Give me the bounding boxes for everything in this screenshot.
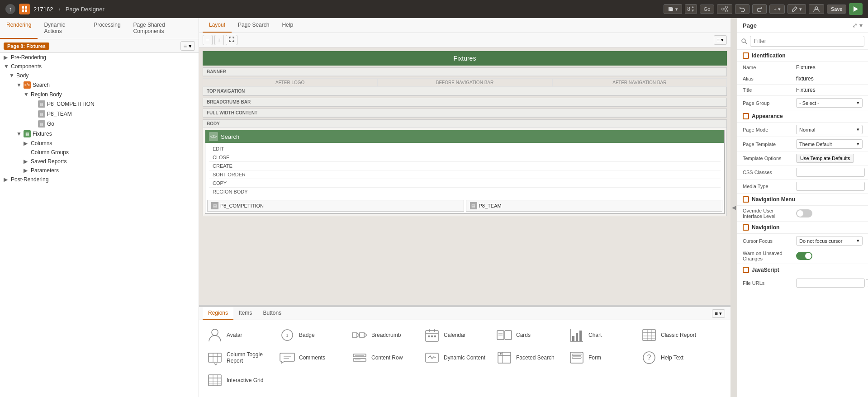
tree-item-body[interactable]: ▼ Body: [0, 71, 199, 80]
toggle-body[interactable]: ▼: [9, 72, 14, 79]
undo-button[interactable]: [735, 4, 749, 14]
component-cards[interactable]: Cards: [492, 324, 564, 346]
component-interactive-grid[interactable]: Interactive Grid: [203, 369, 275, 392]
tree-item-fixtures[interactable]: ▼ ▦ Fixtures: [0, 129, 199, 139]
tab-rendering[interactable]: Rendering: [0, 18, 38, 39]
tools-button[interactable]: ▾: [787, 4, 806, 14]
template-options-button[interactable]: Use Template Defaults: [796, 154, 854, 163]
component-comments[interactable]: Comments: [275, 346, 347, 369]
page-menu-button[interactable]: ≡ ▾: [180, 41, 195, 51]
filter-input[interactable]: [750, 36, 864, 47]
component-chart[interactable]: Chart: [564, 324, 637, 346]
tree-item-parameters[interactable]: ▶ Parameters: [0, 166, 199, 175]
center-menu-button[interactable]: ≡ ▾: [714, 35, 727, 45]
go-button[interactable]: Go: [700, 5, 715, 14]
component-breadcrumb[interactable]: Breadcrumb: [347, 324, 420, 346]
toggle-warn-unsaved[interactable]: [796, 252, 812, 260]
tree-item-column-groups[interactable]: ▶ Column Groups: [0, 148, 199, 157]
component-avatar[interactable]: Avatar: [203, 324, 275, 346]
component-column-toggle[interactable]: Column Toggle Report: [203, 346, 275, 369]
component-badge[interactable]: 1 Badge: [275, 324, 347, 346]
zoom-out-button[interactable]: −: [203, 35, 213, 45]
toggle-search[interactable]: ▼: [16, 82, 22, 88]
toggle-components[interactable]: ▼: [4, 63, 9, 70]
zoom-in-button[interactable]: +: [214, 35, 224, 45]
navigation-menu-section-label: Navigation Menu: [752, 196, 795, 203]
run-button[interactable]: [849, 3, 863, 15]
section-navigation-menu[interactable]: Navigation Menu: [737, 194, 868, 206]
toggle-post-rendering[interactable]: ▶: [4, 176, 9, 183]
select-page-mode[interactable]: Normal ▾: [796, 125, 863, 134]
right-panel-expand-button[interactable]: ⤢: [852, 22, 858, 29]
page-num-down[interactable]: ▼: [691, 9, 695, 13]
toggle-saved-reports[interactable]: ▶: [24, 158, 29, 165]
component-faceted-search[interactable]: Faceted Search: [492, 346, 564, 369]
component-dynamic-content[interactable]: Dynamic Content: [420, 346, 492, 369]
file-button[interactable]: ▾: [664, 4, 682, 14]
navigation-section-label: Navigation: [752, 224, 779, 231]
select-cursor-focus[interactable]: Do not focus cursor ▾: [796, 236, 863, 246]
tree-item-pre-rendering[interactable]: ▶ Pre-Rendering: [0, 53, 199, 62]
tab-page-search[interactable]: Page Search: [232, 18, 275, 33]
canvas-search-region[interactable]: </> Search EDIT CLOSE CREATE SORT ORDER …: [205, 130, 725, 214]
input-media-type[interactable]: [796, 182, 865, 191]
svg-rect-20: [428, 336, 430, 337]
tree-item-region-body[interactable]: ▼ Region Body: [0, 90, 199, 99]
page-num-arrows[interactable]: ▲ ▼: [691, 5, 695, 13]
expand-button[interactable]: [226, 35, 237, 45]
component-form[interactable]: Form: [564, 346, 637, 369]
tree-item-components[interactable]: ▼ Components: [0, 62, 199, 71]
tree-item-search[interactable]: ▼ </> Search: [0, 80, 199, 90]
tree-item-saved-reports[interactable]: ▶ Saved Reports: [0, 157, 199, 166]
save-button[interactable]: Save: [827, 5, 846, 14]
shared-components-button[interactable]: [717, 4, 732, 14]
tab-dynamic-actions[interactable]: Dynamic Actions: [38, 18, 87, 39]
tab-regions[interactable]: Regions: [203, 307, 233, 320]
canvas-item-p8-competition[interactable]: ▤ P8_COMPETITION: [207, 200, 464, 212]
bottom-menu-button[interactable]: ≡ ▾: [712, 309, 725, 318]
toggle-parameters[interactable]: ▶: [24, 167, 29, 174]
toggle-region-body[interactable]: ▼: [24, 91, 29, 98]
back-button[interactable]: ↑: [5, 4, 15, 14]
section-javascript[interactable]: JavaScript: [737, 264, 868, 276]
component-content-row[interactable]: Content Row: [347, 346, 420, 369]
canvas-page-header: Fixtures: [203, 51, 727, 66]
add-button[interactable]: + ▾: [769, 5, 784, 14]
collapse-handle[interactable]: ◀: [730, 18, 737, 397]
tab-buttons[interactable]: Buttons: [257, 307, 287, 320]
tree-item-post-rendering[interactable]: ▶ Post-Rendering: [0, 175, 199, 184]
select-page-group-arrow: ▾: [857, 100, 859, 106]
tree-item-columns[interactable]: ▶ Columns: [0, 139, 199, 148]
tab-items[interactable]: Items: [233, 307, 257, 320]
component-calendar[interactable]: Calendar: [420, 324, 492, 346]
toggle-override-ui[interactable]: [796, 209, 812, 217]
input-file-urls[interactable]: [796, 279, 865, 288]
toggle-columns[interactable]: ▶: [24, 140, 29, 147]
component-help-text[interactable]: ? Help Text: [637, 346, 709, 369]
tree-label-go: Go: [47, 121, 54, 127]
component-classic-report[interactable]: Classic Report: [637, 324, 709, 346]
user-button[interactable]: [809, 4, 824, 14]
section-appearance[interactable]: Appearance: [737, 110, 868, 123]
tree-item-p8-competition[interactable]: ▶ ▤ P8_COMPETITION: [0, 99, 199, 109]
canvas-item-p8-team[interactable]: ▤ P8_TEAM: [466, 200, 723, 212]
action-region-body: REGION BODY: [209, 188, 721, 196]
tab-help[interactable]: Help: [275, 18, 299, 33]
file-urls-expand-button[interactable]: ⤢: [866, 279, 868, 287]
section-navigation[interactable]: Navigation: [737, 222, 868, 234]
section-identification[interactable]: Identification: [737, 50, 868, 62]
toggle-fixtures[interactable]: ▼: [16, 131, 22, 137]
right-panel-menu-button[interactable]: ▾: [859, 22, 863, 29]
redo-button[interactable]: [752, 4, 767, 14]
select-page-template[interactable]: Theme Default ▾: [796, 139, 863, 149]
toggle-pre-rendering[interactable]: ▶: [4, 54, 9, 61]
tree-item-go[interactable]: ▶ ▤ Go: [0, 119, 199, 129]
tree-item-p8-team[interactable]: ▶ ▤ P8_TEAM: [0, 109, 199, 119]
toggle-warn-unsaved-knob: [805, 253, 811, 259]
select-page-group[interactable]: - Select - ▾: [796, 98, 863, 108]
tab-layout[interactable]: Layout: [203, 18, 232, 33]
tab-page-shared[interactable]: Page Shared Components: [127, 18, 199, 39]
tab-processing[interactable]: Processing: [87, 18, 127, 39]
input-css-classes[interactable]: [796, 168, 865, 177]
label-cursor-focus: Cursor Focus: [743, 238, 792, 244]
